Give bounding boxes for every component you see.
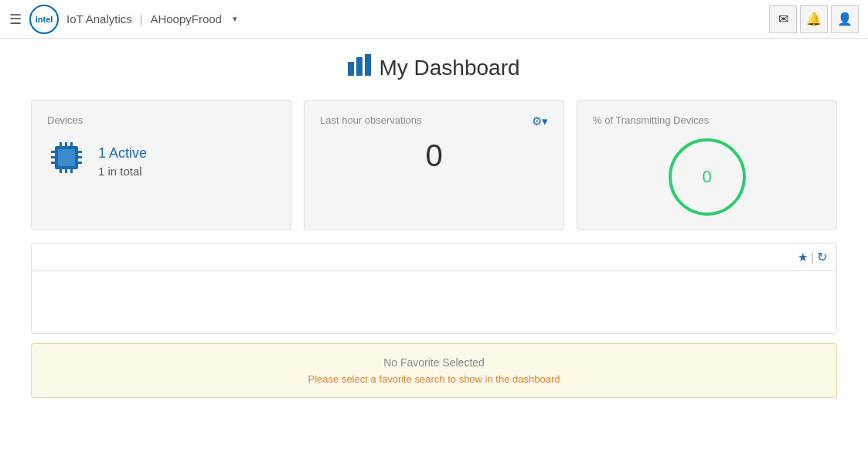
observations-gear-dropdown[interactable]: ⚙▾ — [532, 114, 548, 128]
navbar: ☰ intel IoT Analytics | AHoopyFrood ▾ ✉ … — [0, 0, 868, 39]
devices-card: Devices — [31, 100, 291, 230]
total-device-count: 1 in total — [98, 165, 147, 178]
svg-rect-14 — [78, 151, 82, 153]
navbar-left: ☰ intel IoT Analytics | AHoopyFrood ▾ — [9, 5, 237, 34]
bottom-panel-toolbar: ★ | ↻ — [32, 243, 836, 271]
account-dropdown-arrow[interactable]: ▾ — [233, 14, 237, 24]
svg-rect-1 — [356, 57, 363, 76]
svg-rect-11 — [51, 151, 55, 153]
svg-rect-9 — [65, 169, 67, 173]
observations-card-body: 0 — [320, 138, 548, 173]
svg-rect-5 — [60, 142, 62, 146]
refresh-button[interactable]: ↻ — [817, 250, 827, 264]
svg-rect-6 — [65, 142, 67, 146]
chip-icon — [47, 138, 86, 185]
observations-card-title-row: Last hour observations ⚙▾ — [320, 114, 548, 138]
user-profile-button[interactable]: 👤 — [831, 5, 859, 33]
nav-divider: | — [140, 13, 143, 26]
favorite-notice-title: No Favorite Selected — [44, 356, 824, 369]
favorite-notice-description: Please select a favorite search to show … — [44, 373, 824, 385]
svg-rect-7 — [70, 142, 73, 146]
bell-icon: 🔔 — [806, 12, 822, 26]
svg-rect-12 — [51, 156, 55, 158]
main-content: My Dashboard Devices — [0, 39, 868, 413]
devices-card-title: Devices — [47, 114, 275, 126]
app-title-label: IoT Analytics — [66, 12, 132, 26]
observations-card: Last hour observations ⚙▾ 0 — [304, 100, 564, 230]
user-icon: 👤 — [837, 12, 853, 26]
svg-rect-10 — [70, 169, 73, 173]
toolbar-divider: | — [811, 251, 814, 264]
cards-row: Devices — [31, 100, 837, 230]
page-title: My Dashboard — [379, 56, 519, 80]
intel-logo: intel — [29, 5, 59, 34]
transmitting-gauge-value: 0 — [702, 167, 711, 187]
active-device-count: 1 Active — [98, 145, 147, 162]
bottom-panel: ★ | ↻ — [31, 243, 837, 334]
svg-rect-13 — [51, 162, 55, 164]
observations-card-title: Last hour observations — [320, 114, 422, 126]
favorite-star-button[interactable]: ★ — [798, 250, 808, 264]
svg-rect-16 — [78, 162, 82, 164]
svg-rect-0 — [348, 62, 354, 76]
svg-rect-15 — [78, 156, 82, 158]
mail-icon: ✉ — [778, 12, 788, 26]
dashboard-chart-icon — [348, 54, 371, 81]
svg-rect-2 — [365, 54, 371, 76]
transmitting-gauge: 0 — [669, 138, 746, 216]
device-info: 1 Active 1 in total — [98, 145, 147, 178]
transmitting-card-body: 0 — [593, 138, 821, 216]
page-title-wrap: My Dashboard — [31, 54, 837, 81]
bottom-panel-body — [32, 271, 836, 333]
transmitting-card-title: % of Transmitting Devices — [593, 114, 821, 126]
svg-rect-8 — [60, 169, 62, 173]
svg-rect-4 — [58, 149, 75, 166]
notifications-button[interactable]: 🔔 — [800, 5, 828, 33]
devices-card-body: 1 Active 1 in total — [47, 138, 275, 185]
favorite-notice: No Favorite Selected Please select a fav… — [31, 343, 837, 398]
mail-button[interactable]: ✉ — [769, 5, 797, 33]
transmitting-card: % of Transmitting Devices 0 — [577, 100, 837, 230]
navbar-right: ✉ 🔔 👤 — [769, 5, 859, 33]
account-name-label: AHoopyFrood — [150, 12, 222, 26]
observations-value: 0 — [425, 138, 442, 173]
hamburger-menu-icon[interactable]: ☰ — [9, 11, 22, 28]
